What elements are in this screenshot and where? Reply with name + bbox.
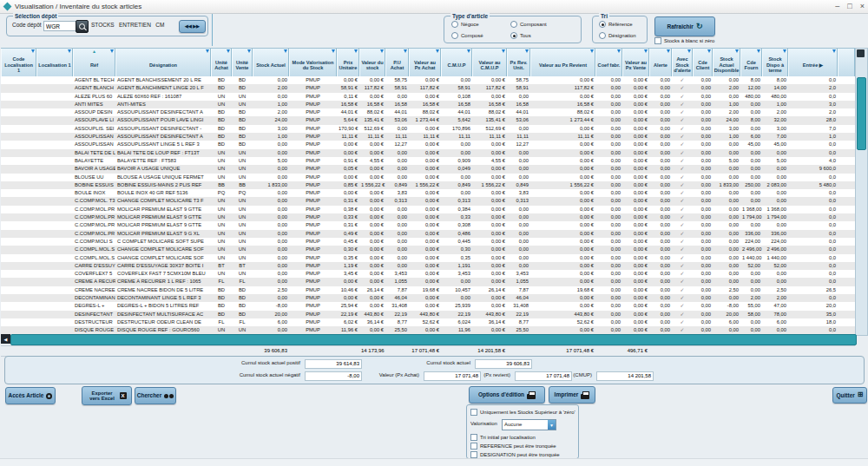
filter-icon[interactable]: [31, 49, 35, 53]
column-header-11[interactable]: Valeur au Px Achat: [409, 49, 441, 77]
reference-trunc-checkbox[interactable]: [470, 443, 477, 450]
filter-icon[interactable]: [206, 49, 209, 53]
column-header-10[interactable]: P.U Achat: [385, 49, 409, 77]
filter-icon[interactable]: [832, 49, 836, 53]
horizontal-scrollbar-thumb[interactable]: [10, 334, 857, 345]
filter-icon[interactable]: [404, 49, 407, 53]
depot-search-button[interactable]: [76, 20, 89, 33]
column-header-24[interactable]: Entrée ▶: [788, 49, 838, 77]
filter-icon[interactable]: [617, 49, 621, 53]
table-row[interactable]: BLOUSE UUBLOUSE A USAGE UNIQUE FERMETUNU…: [1, 174, 855, 181]
table-row[interactable]: BOULE INOXBOULE INOX 40 GR REF 5136PQPQ0…: [1, 189, 855, 197]
vertical-scrollbar[interactable]: [855, 48, 868, 336]
radio-tri-1[interactable]: Désignation: [599, 32, 636, 39]
column-header-5[interactable]: Unité Vente: [232, 49, 253, 77]
maximize-button[interactable]: □: [847, 0, 852, 12]
table-row[interactable]: ASSOUPLISSANASSOUPLISSANT LINGE 5 L REF …: [1, 141, 855, 148]
table-row[interactable]: DESINFECTANTDESINFECTANT MULTISURFACE AC…: [1, 311, 855, 318]
designation-trunc-checkbox[interactable]: [470, 451, 477, 458]
filter-icon[interactable]: [110, 49, 114, 53]
depot-code-input[interactable]: [43, 21, 76, 31]
table-row[interactable]: C.COMP.MOL. T3CHANGE COMPLET MOLICARE T3…: [1, 197, 855, 205]
column-header-20[interactable]: Cde Client: [693, 49, 713, 77]
radio-button[interactable]: [510, 21, 517, 28]
radio-type-1[interactable]: Composant: [510, 21, 547, 28]
column-header-0[interactable]: Code Localisation 1: [1, 49, 36, 77]
table-row[interactable]: CREME NACREECREME NACREE BIDON DE 5 LITR…: [1, 286, 855, 294]
filter-icon[interactable]: [332, 49, 335, 53]
table-row[interactable]: C.COMP.MOLI SC COMPLET MOLICARE SOFT SUP…: [1, 238, 855, 246]
table-row[interactable]: BALAI TETE DE LBALAI TETE DE LOUP REF : …: [1, 149, 855, 157]
table-row[interactable]: DEGRES-L +DEGRES-L + BIDON 5 LITRES REFB…: [1, 302, 855, 310]
column-header-7[interactable]: Mode Valorisation du Stock: [289, 49, 337, 77]
table-row[interactable]: C.COMP.MOL.PRMOLICAR PREMIUM ELAST 9 G X…: [1, 230, 855, 238]
vertical-scrollbar-thumb[interactable]: [857, 77, 866, 150]
search-button[interactable]: Chercher: [135, 387, 176, 404]
table-row[interactable]: AGENT BLANCHAGENT BLANCHIMENT LINGE 20 L…: [1, 84, 855, 92]
filter-icon[interactable]: [644, 49, 648, 53]
table-row[interactable]: CREME A RECURCREME A RECURER 1 L REF : 1…: [1, 278, 855, 286]
quit-button[interactable]: Quitter ⊞: [832, 387, 867, 404]
filter-icon[interactable]: [380, 49, 384, 53]
filter-icon[interactable]: [436, 49, 439, 53]
table-row[interactable]: COVERFLEX7 5COVERFLEX FAST 7 5CMX10M BLE…: [1, 270, 855, 278]
table-row[interactable]: ANTI MITESANTI-MITESUNUN1,00PMUP16,58 €1…: [1, 101, 855, 108]
column-header-12[interactable]: C.M.U.P: [441, 49, 472, 77]
minimize-button[interactable]: –: [835, 0, 839, 12]
column-header-9[interactable]: Valeur du stock: [359, 49, 385, 77]
filter-icon[interactable]: [525, 49, 529, 53]
chevron-down-icon[interactable]: ▼: [548, 420, 556, 430]
column-header-16[interactable]: Coef fabr.: [595, 49, 622, 77]
radio-tri-0[interactable]: Référence: [599, 21, 633, 28]
filter-icon[interactable]: [68, 49, 71, 53]
filter-icon[interactable]: [502, 49, 505, 53]
column-header-21[interactable]: Stock Actuel Disponible: [713, 49, 740, 77]
filter-icon[interactable]: [354, 49, 358, 53]
column-header-23[interactable]: Stock Dispo à terme: [762, 49, 788, 77]
column-header-4[interactable]: Unité Achat: [211, 49, 232, 77]
column-header-1[interactable]: Localisation 1: [36, 49, 73, 77]
tri-initial-checkbox[interactable]: [470, 434, 477, 441]
scroll-left-button[interactable]: ◀: [1, 334, 10, 344]
radio-type-3[interactable]: Tous: [510, 32, 531, 39]
filter-icon[interactable]: [687, 49, 691, 53]
table-row[interactable]: ALEZE PLUS 60ALEZE 60X60 REF : 161087UNU…: [1, 93, 855, 101]
table-row[interactable]: C.COMP.MOL.PRMOLICAR PREMIUM ELAST 9 GTT…: [1, 221, 855, 229]
export-excel-button[interactable]: Exporter vers Excel X: [82, 386, 132, 405]
radio-button[interactable]: [451, 32, 458, 39]
column-header-14[interactable]: Px Rev. Unit.: [507, 49, 530, 77]
horizontal-scrollbar[interactable]: ◀: [1, 334, 855, 344]
filter-icon[interactable]: [247, 49, 251, 53]
table-row[interactable]: C.COMP.MOL.PRMOLICAR PREMIUM ELAST 9 GTT…: [1, 213, 855, 221]
radio-type-0[interactable]: Négoce: [451, 21, 479, 28]
blank-zero-option[interactable]: Stocks à blanc si zéro: [654, 37, 714, 44]
filter-icon[interactable]: [783, 49, 786, 53]
filter-icon[interactable]: [467, 49, 470, 53]
access-article-button[interactable]: Accès Article: [5, 387, 56, 404]
column-header-22[interactable]: Cde Fourn: [740, 49, 762, 77]
print-button[interactable]: Imprimer: [549, 386, 595, 404]
column-header-3[interactable]: Désignation: [115, 49, 211, 77]
reference-trunc-option[interactable]: REFERENCE peut être tronquée: [470, 443, 556, 450]
designation-trunc-option[interactable]: DESIGNATION peut être tronquée: [470, 451, 560, 458]
table-row[interactable]: BAVOIR A USAGEBAVOIR A USAGE UNIQUEUNUN0…: [1, 165, 855, 173]
table-row[interactable]: CARRE D'ESSUYCARRE D'ESSUYAGE 30X37 BOIT…: [1, 262, 855, 270]
filter-icon[interactable]: [735, 49, 739, 53]
table-row[interactable]: C.COMPL.MOL.SCHANGE COMPLET MOLICARE SOF…: [1, 254, 855, 262]
radio-button[interactable]: [510, 32, 517, 39]
only-above-zero-option[interactable]: Uniquement les Stocks Supérieur à 'zéro': [470, 409, 575, 416]
column-header-15[interactable]: Valeur au Px Revient: [530, 49, 595, 77]
blank-zero-checkbox[interactable]: [654, 37, 661, 44]
depot-nav-buttons[interactable]: ◀◀ ▶▶: [179, 20, 206, 33]
filter-icon[interactable]: [284, 49, 287, 53]
column-header-17[interactable]: Valeur au Px Vente: [622, 49, 649, 77]
table-row[interactable]: AGENT BL TECHAGENT BLANCHISSEMENT 20 L R…: [1, 76, 855, 84]
close-button[interactable]: ×: [860, 0, 865, 12]
filter-icon[interactable]: [590, 49, 594, 53]
valorisation-select[interactable]: Aucune ▼: [502, 419, 556, 430]
column-header-19[interactable]: Avec Stock d'alerte: [672, 49, 693, 77]
table-row[interactable]: BALAYETTEBALAYETTE REF : FT583UNUN5,00PM…: [1, 157, 855, 165]
column-header-13[interactable]: Valeur au C.M.U.P: [472, 49, 507, 77]
radio-button[interactable]: [599, 32, 606, 39]
table-row[interactable]: ASSOUPLIS. SEIASSOUPLISSANT DESINFECTANT…: [1, 125, 855, 133]
